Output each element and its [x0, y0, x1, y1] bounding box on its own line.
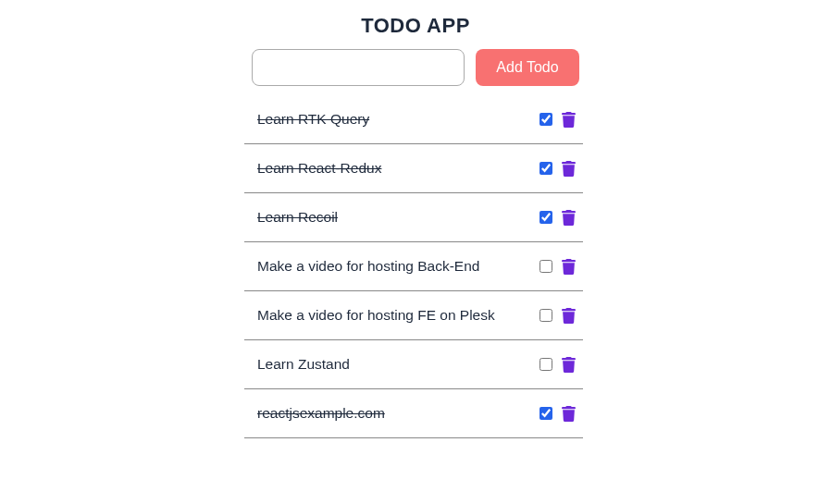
todo-controls — [540, 259, 576, 275]
trash-icon[interactable] — [562, 308, 576, 324]
todo-item: Make a video for hosting Back-End — [244, 242, 583, 291]
todo-text: Learn Zustand — [257, 356, 540, 373]
todo-checkbox[interactable] — [540, 113, 552, 126]
trash-icon[interactable] — [562, 210, 576, 226]
todo-checkbox[interactable] — [540, 309, 552, 322]
todo-checkbox[interactable] — [540, 162, 552, 175]
todo-item: Learn Recoil — [244, 193, 583, 242]
todo-checkbox[interactable] — [540, 407, 552, 420]
todo-controls — [540, 308, 576, 324]
todo-text: Learn RTK Query — [257, 111, 540, 128]
todo-text: Make a video for hosting FE on Plesk — [257, 307, 540, 324]
todo-item: Learn Zustand — [244, 340, 583, 389]
todo-controls — [540, 357, 576, 373]
todo-text: Learn Recoil — [257, 209, 540, 226]
todo-controls — [540, 406, 576, 422]
todo-controls — [540, 210, 576, 226]
todo-checkbox[interactable] — [540, 211, 552, 224]
todo-input[interactable] — [252, 49, 465, 86]
todo-controls — [540, 161, 576, 177]
todo-list[interactable]: Learn RTK QueryLearn React-ReduxLearn Re… — [244, 95, 587, 465]
add-todo-button[interactable]: Add Todo — [476, 49, 579, 86]
trash-icon[interactable] — [562, 406, 576, 422]
todo-item: Make a video for hosting FE on Plesk — [244, 291, 583, 340]
todo-item: reactjsexample.com — [244, 389, 583, 438]
add-todo-row: Add Todo — [244, 49, 587, 86]
trash-icon[interactable] — [562, 357, 576, 373]
trash-icon[interactable] — [562, 259, 576, 275]
todo-text: Learn React-Redux — [257, 160, 540, 177]
todo-app: TODO APP Add Todo Learn RTK QueryLearn R… — [244, 14, 587, 465]
todo-controls — [540, 112, 576, 128]
trash-icon[interactable] — [562, 112, 576, 128]
trash-icon[interactable] — [562, 161, 576, 177]
todo-checkbox[interactable] — [540, 260, 552, 273]
page-title: TODO APP — [244, 14, 587, 38]
todo-text: reactjsexample.com — [257, 405, 540, 422]
todo-item: Learn RTK Query — [244, 95, 583, 144]
todo-item: Learn React-Redux — [244, 144, 583, 193]
todo-checkbox[interactable] — [540, 358, 552, 371]
todo-text: Make a video for hosting Back-End — [257, 258, 540, 275]
